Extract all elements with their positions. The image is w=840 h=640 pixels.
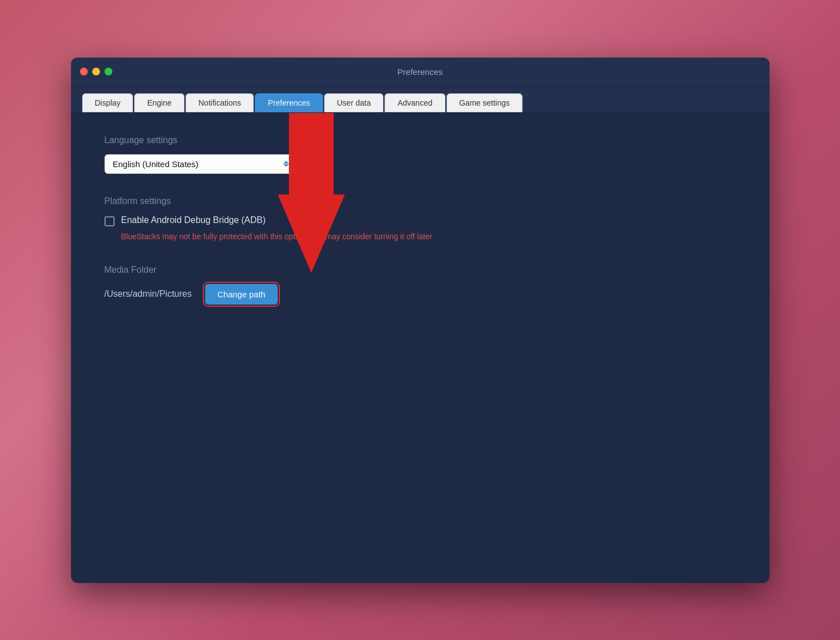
language-select[interactable]: English (United States) xyxy=(105,154,295,174)
tab-notifications[interactable]: Notifications xyxy=(186,93,254,112)
language-section: Language settings English (United States… xyxy=(105,135,736,196)
tab-preferences[interactable]: Preferences xyxy=(255,93,322,112)
tab-game-settings[interactable]: Game settings xyxy=(447,93,523,112)
media-folder-label: Media Folder xyxy=(105,265,736,275)
preferences-window: Preferences Display Engine Notifications… xyxy=(71,58,770,583)
language-select-wrapper: English (United States) xyxy=(105,154,295,174)
maximize-button[interactable] xyxy=(105,68,112,75)
tabs-bar: Display Engine Notifications Preferences… xyxy=(71,87,770,113)
tab-display[interactable]: Display xyxy=(82,93,134,112)
close-button[interactable] xyxy=(80,68,88,75)
media-row: /Users/admin/Pictures Change path xyxy=(105,284,736,305)
titlebar: Preferences xyxy=(71,58,770,87)
tab-user-data[interactable]: User data xyxy=(324,93,384,112)
adb-warning-text: BlueStacks may not be fully protected wi… xyxy=(121,231,457,243)
language-settings-label: Language settings xyxy=(105,135,736,145)
window-title: Preferences xyxy=(397,67,443,77)
media-path-text: /Users/admin/Pictures xyxy=(105,289,192,299)
window-controls xyxy=(80,68,112,75)
platform-settings-label: Platform settings xyxy=(105,196,736,206)
media-section: Media Folder /Users/admin/Pictures Chang… xyxy=(105,265,736,305)
tab-engine[interactable]: Engine xyxy=(134,93,184,112)
platform-section: Platform settings Enable Android Debug B… xyxy=(105,196,736,243)
minimize-button[interactable] xyxy=(92,68,100,75)
adb-label: Enable Android Debug Bridge (ADB) xyxy=(121,215,266,225)
adb-checkbox[interactable] xyxy=(105,216,115,226)
content-area: Language settings English (United States… xyxy=(71,113,770,583)
tab-advanced[interactable]: Advanced xyxy=(385,93,445,112)
adb-row: Enable Android Debug Bridge (ADB) xyxy=(105,215,736,226)
change-path-button[interactable]: Change path xyxy=(205,284,278,305)
